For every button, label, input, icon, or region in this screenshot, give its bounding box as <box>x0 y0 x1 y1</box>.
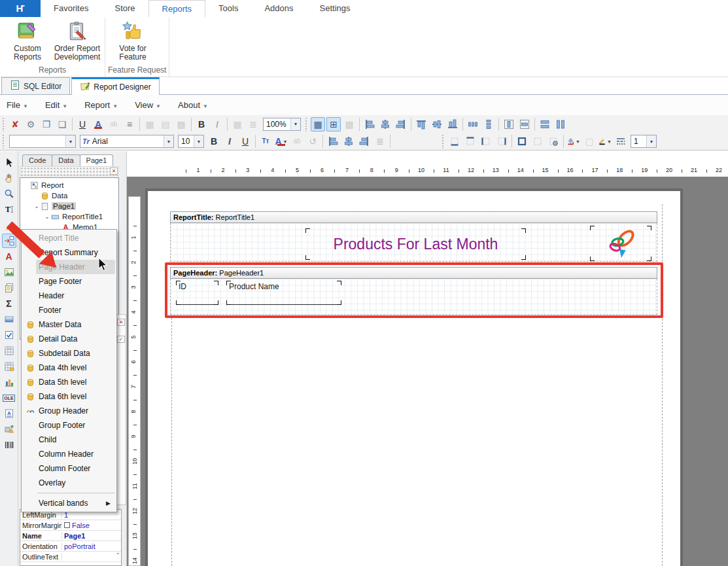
valign-middle-button[interactable] <box>409 134 423 149</box>
zoom-tool-button[interactable] <box>2 186 16 201</box>
crosstab-object-button[interactable] <box>2 344 16 358</box>
report-page[interactable]: ReportTitle: ReportTitle1 Products For L… <box>145 188 683 566</box>
menu-about[interactable]: About▼ <box>178 100 208 110</box>
align-right-button[interactable] <box>357 134 372 149</box>
chart-object-button[interactable] <box>2 375 16 389</box>
line-color-drop-button[interactable]: ▼ <box>598 134 612 149</box>
menu-item-subdetail-data[interactable]: Subdetail Data <box>22 346 116 361</box>
menu-item-group-footer[interactable]: Group Footer <box>22 418 116 433</box>
fill-color-drop-button[interactable]: ▼ <box>566 134 581 149</box>
gradient-object-button[interactable] <box>2 312 16 327</box>
center-horizontal-button[interactable] <box>502 117 516 132</box>
check-icon[interactable]: ✓ <box>117 336 125 343</box>
menu-view[interactable]: View▼ <box>135 100 161 110</box>
center-vertical-button[interactable] <box>517 117 532 132</box>
checkbox-icon[interactable] <box>64 522 70 528</box>
richtext-object-button[interactable]: A <box>2 406 16 421</box>
property-row-name[interactable]: NamePage1 <box>20 531 121 541</box>
ribbon-tab-settings[interactable]: Settings <box>307 0 364 17</box>
font-color-button[interactable]: A <box>91 117 105 132</box>
page-settings-button[interactable]: ⚙ <box>24 117 38 132</box>
ribbon-tab-favorites[interactable]: Favorites <box>41 0 101 17</box>
zoom-combobox[interactable]: 100%▼ <box>263 118 301 131</box>
menu-item-header[interactable]: Header <box>22 289 116 303</box>
text-background-button[interactable]: ab <box>107 117 121 132</box>
property-row-outlinetext[interactable]: OutlineText <box>20 552 121 562</box>
tab-report-designer[interactable]: Report Designer <box>71 77 159 95</box>
menu-item-group-header[interactable]: Group Header <box>22 404 116 418</box>
align-group-button[interactable]: ▦ <box>230 117 245 132</box>
italic-button[interactable]: I <box>222 134 237 149</box>
grid-snap-button[interactable]: ▩ <box>174 117 188 132</box>
align-center-button[interactable] <box>341 134 356 149</box>
chevron-down-icon[interactable]: ▼ <box>646 135 656 147</box>
align-justify-button[interactable]: ≣ <box>373 134 387 149</box>
chevron-down-icon[interactable]: ▼ <box>65 135 75 147</box>
block-align-button[interactable]: ≡ <box>122 117 137 132</box>
align-center-button[interactable] <box>378 117 392 132</box>
tree-tab-data[interactable]: Data <box>52 154 80 166</box>
text-background-button[interactable]: ab <box>290 134 304 149</box>
valign-top-button[interactable] <box>393 134 407 149</box>
space-horizontal-button[interactable] <box>466 117 480 132</box>
expander-icon[interactable]: ⌄ <box>33 203 40 209</box>
menu-item-master-data[interactable]: Master Data <box>22 317 116 332</box>
shape-object-button[interactable] <box>2 422 16 436</box>
menu-report[interactable]: Report▼ <box>84 100 118 110</box>
frame-left-button[interactable] <box>479 134 493 149</box>
menu-file[interactable]: File▼ <box>7 100 28 110</box>
menu-item-data-6th-level[interactable]: Data 6th level <box>22 389 116 404</box>
scroll-down-icon[interactable]: ⌄ <box>115 549 120 556</box>
close-panel-icon[interactable]: ✕ <box>110 168 118 175</box>
chevron-down-icon[interactable]: ▼ <box>194 135 203 147</box>
logo-picture-object[interactable] <box>591 226 651 260</box>
ribbon-tab-store[interactable]: Store <box>101 0 148 17</box>
rotate-button[interactable]: ↺ <box>305 134 320 149</box>
font-size-combobox[interactable]: 10▼ <box>178 135 204 148</box>
line-width-combobox[interactable]: 1▼ <box>631 135 657 148</box>
font-name-combobox[interactable]: TrArial▼ <box>80 135 174 148</box>
bring-to-front-button[interactable]: ❐ <box>39 117 54 132</box>
grid-size-button[interactable]: ▤ <box>158 117 173 132</box>
barcode-object-button[interactable] <box>2 438 16 452</box>
menu-item-child[interactable]: Child <box>22 433 116 447</box>
ribbon-tab-addons[interactable]: Addons <box>251 0 306 17</box>
frame-all-button[interactable] <box>515 134 529 149</box>
app-logo[interactable]: Ҥ <box>0 0 41 17</box>
style-combobox[interactable]: ▼ <box>9 135 76 148</box>
space-vertical-button[interactable] <box>481 117 496 132</box>
db-crosstab-object-button[interactable] <box>2 359 16 374</box>
justify-lines-button[interactable]: ≣ <box>246 117 260 132</box>
frame-none-button[interactable] <box>530 134 545 149</box>
close-panel-icon[interactable]: ✕ <box>117 319 125 326</box>
fill-none-button[interactable]: ▢ <box>582 134 597 149</box>
send-to-back-button[interactable]: ❏ <box>55 117 69 132</box>
tree-node-data[interactable]: Data <box>20 190 118 201</box>
frame-edit-button[interactable] <box>546 134 561 149</box>
checkbox-object-button[interactable] <box>2 328 16 342</box>
align-left-button[interactable] <box>362 117 377 132</box>
underline-button[interactable]: U <box>75 117 90 132</box>
align-bottom-button[interactable] <box>445 117 460 132</box>
snap-to-grid-button[interactable]: ⊞ <box>326 117 341 132</box>
menu-item-overlay[interactable]: Overlay <box>22 476 116 490</box>
bold-button[interactable]: B <box>207 134 221 149</box>
same-width-button[interactable] <box>538 117 552 132</box>
underline-button[interactable]: U <box>238 134 252 149</box>
menu-edit[interactable]: Edit▼ <box>45 100 67 110</box>
ribbon-tab-tools[interactable]: Tools <box>205 0 251 17</box>
show-grid-button[interactable]: ▦ <box>311 117 325 132</box>
frame-right-button[interactable] <box>494 134 509 149</box>
tab-sql-editor[interactable]: SQL Editor <box>1 77 70 94</box>
group-objects-button[interactable]: ▦ <box>143 117 157 132</box>
align-top-button[interactable] <box>414 117 428 132</box>
chevron-down-icon[interactable]: ▼ <box>164 135 173 147</box>
select-tool-button[interactable] <box>2 155 16 169</box>
frame-top-button[interactable] <box>463 134 477 149</box>
tree-tab-code[interactable]: Code <box>22 154 52 166</box>
menu-item-column-footer[interactable]: Column Footer <box>22 461 116 476</box>
systext-object-button[interactable]: Σ <box>2 296 16 311</box>
ribbon-tab-reports[interactable]: Reports <box>148 0 206 17</box>
menu-item-footer[interactable]: Footer <box>22 303 116 317</box>
font-color-drop-button[interactable]: A▼ <box>274 134 288 149</box>
